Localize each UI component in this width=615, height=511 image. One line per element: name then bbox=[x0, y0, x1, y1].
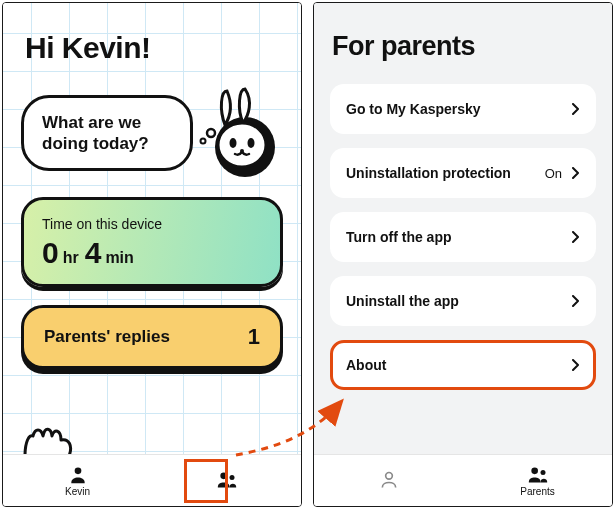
time-hours-unit: hr bbox=[63, 249, 79, 266]
chevron-right-icon bbox=[572, 167, 580, 179]
svg-point-4 bbox=[240, 149, 244, 153]
chevron-right-icon bbox=[572, 103, 580, 115]
kid-navbar: Kevin bbox=[3, 454, 301, 506]
item-status: On bbox=[545, 166, 562, 181]
svg-point-1 bbox=[218, 123, 266, 167]
svg-point-6 bbox=[201, 139, 206, 144]
time-card[interactable]: Time on this device 0hr4min bbox=[21, 197, 283, 287]
time-value: 0hr4min bbox=[42, 236, 262, 270]
svg-point-3 bbox=[248, 138, 255, 148]
nav-tab-parents[interactable] bbox=[152, 455, 301, 506]
item-my-kaspersky[interactable]: Go to My Kaspersky bbox=[330, 84, 596, 134]
hand-icon bbox=[21, 426, 75, 454]
nav-tab-kid[interactable] bbox=[314, 455, 463, 506]
chevron-right-icon bbox=[572, 359, 580, 371]
people-icon bbox=[216, 470, 238, 490]
chevron-right-icon bbox=[572, 231, 580, 243]
chevron-right-icon bbox=[572, 295, 580, 307]
replies-count: 1 bbox=[248, 324, 260, 350]
item-about[interactable]: About bbox=[330, 340, 596, 390]
svg-point-8 bbox=[220, 473, 227, 480]
bunny-icon bbox=[197, 87, 275, 179]
item-uninstall-app[interactable]: Uninstall the app bbox=[330, 276, 596, 326]
time-mins-unit: min bbox=[105, 249, 133, 266]
kid-screen: Hi Kevin! What are we doing today? bbox=[2, 2, 302, 507]
parents-navbar: Parents bbox=[314, 454, 612, 506]
parents-screen: For parents Go to My Kaspersky Uninstall… bbox=[313, 2, 613, 507]
svg-point-7 bbox=[74, 467, 81, 474]
nav-parents-label: Parents bbox=[520, 486, 554, 497]
time-label: Time on this device bbox=[42, 216, 262, 232]
item-label: Go to My Kaspersky bbox=[346, 101, 481, 117]
svg-point-9 bbox=[229, 475, 234, 480]
kid-content: Hi Kevin! What are we doing today? bbox=[3, 3, 301, 454]
time-hours: 0 bbox=[42, 236, 59, 269]
item-turn-off-app[interactable]: Turn off the app bbox=[330, 212, 596, 262]
speech-bubble: What are we doing today? bbox=[21, 95, 193, 172]
person-outline-icon bbox=[378, 470, 400, 490]
nav-kid-label: Kevin bbox=[65, 486, 90, 497]
item-label: Uninstallation protection bbox=[346, 165, 511, 181]
item-label: About bbox=[346, 357, 386, 373]
parents-content: For parents Go to My Kaspersky Uninstall… bbox=[314, 3, 612, 454]
svg-point-10 bbox=[385, 473, 392, 480]
item-label: Turn off the app bbox=[346, 229, 452, 245]
item-uninstall-protection[interactable]: Uninstallation protection On bbox=[330, 148, 596, 198]
speech-text: What are we doing today? bbox=[42, 112, 172, 155]
nav-tab-kid[interactable]: Kevin bbox=[3, 455, 152, 506]
person-icon bbox=[67, 465, 89, 485]
svg-point-2 bbox=[230, 138, 237, 148]
replies-label: Parents' replies bbox=[44, 327, 170, 347]
people-icon bbox=[527, 465, 549, 485]
time-mins: 4 bbox=[85, 236, 102, 269]
replies-card[interactable]: Parents' replies 1 bbox=[21, 305, 283, 369]
svg-point-5 bbox=[207, 129, 215, 137]
svg-point-12 bbox=[540, 470, 545, 475]
greeting: Hi Kevin! bbox=[25, 31, 283, 65]
item-label: Uninstall the app bbox=[346, 293, 459, 309]
nav-tab-parents[interactable]: Parents bbox=[463, 455, 612, 506]
parents-title: For parents bbox=[332, 31, 596, 62]
svg-point-11 bbox=[531, 467, 538, 474]
speech-row: What are we doing today? bbox=[21, 87, 283, 179]
